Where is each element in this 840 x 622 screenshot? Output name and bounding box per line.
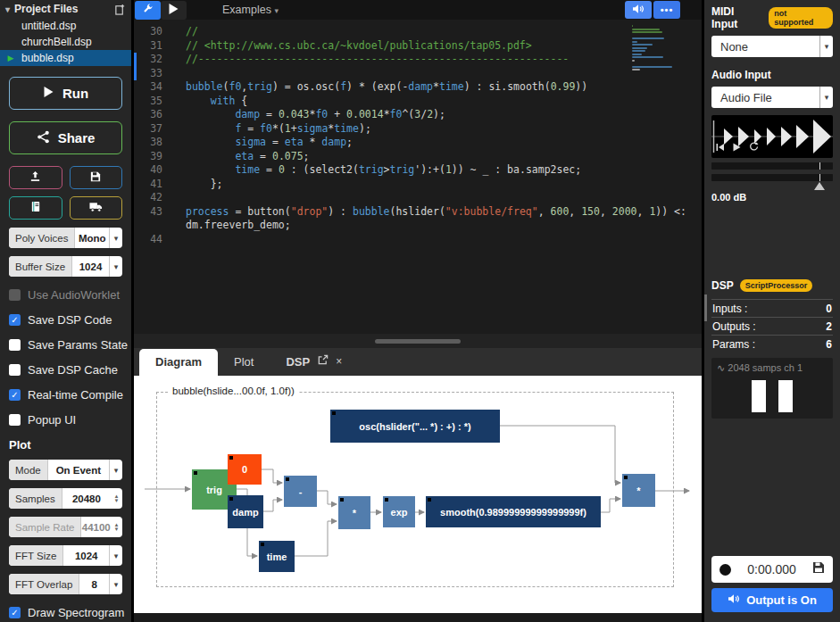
new-file-icon[interactable] [114,4,126,15]
chevron-down-icon[interactable]: ▾ [109,460,122,480]
poly-voices-control[interactable]: Poly Voices Mono ▾ [9,228,122,248]
open-external-icon[interactable] [317,354,329,369]
fft-overlap-control[interactable]: FFT Overlap8▾ [9,574,122,594]
field-label: Mode [9,460,48,480]
right-sidebar: MIDI Input not supported None ▾ Audio In… [704,0,840,622]
diagram-block[interactable]: * [622,474,655,507]
chevron-down-icon[interactable]: ▾ [109,256,122,277]
checkbox-box[interactable]: ✓ [9,314,21,326]
splitter-handle[interactable] [375,339,461,344]
tab-diagram[interactable]: Diagram [139,349,218,376]
diagram-block[interactable]: - [284,476,317,507]
buffer-size-control[interactable]: Buffer Size 1024 ▾ [9,256,122,277]
gain-slider-track-2[interactable] [711,174,833,181]
buffer-size-value: 1024 [72,256,109,277]
skip-start-icon[interactable] [716,139,725,155]
file-item[interactable]: churchBell.dsp [0,34,131,50]
upload-icon [29,170,41,185]
run-button[interactable]: Run [9,77,122,110]
wrench-icon [142,2,154,18]
tab-dsp[interactable]: DSP × [270,348,358,376]
checkbox-real-time-compile[interactable]: ✓Real-time Compile [9,388,131,402]
gain-slider-track-1[interactable] [711,162,833,170]
checkbox-save-params-state[interactable]: Save Params State [9,338,131,352]
samples-control[interactable]: Samples20480▲▼ [9,488,122,509]
checkbox-label: Draw Spectrogram [28,606,124,619]
tab-dsp-label: DSP [286,355,310,369]
audio-input-select[interactable]: Audio File ▾ [711,87,833,108]
chevron-down-icon[interactable]: ▾ [109,574,122,594]
file-item[interactable]: ▶bubble.dsp [0,50,131,66]
diagram-block[interactable]: osc(hslider("... *) : +) : *) [330,410,500,443]
play-icon [169,2,179,18]
checkbox-box[interactable]: ✓ [9,607,21,618]
checkbox-label: Save DSP Cache [28,363,118,377]
line-number: 36 [134,108,162,122]
checkbox-box[interactable] [9,364,21,376]
checkbox-save-dsp-code[interactable]: ✓Save DSP Code [9,313,131,327]
line-number: 42 [134,191,162,205]
output-toggle-button[interactable]: Output is On [711,588,833,612]
tab-diagram-label: Diagram [155,355,202,369]
share-button[interactable]: Share [9,121,122,154]
field-label: Sample Rate [9,517,81,537]
run-play-button[interactable] [161,1,187,20]
diagram-block[interactable]: smooth(0.98999999999999999f) [426,496,601,527]
run-label: Run [62,86,88,101]
upload-button[interactable] [9,166,62,189]
checkbox-save-dsp-cache[interactable]: Save DSP Cache [9,363,131,377]
mode-control[interactable]: ModeOn Event▾ [9,460,122,480]
code-line: 35 with { [134,95,702,109]
diagram-block[interactable]: 0 [228,454,262,485]
examples-dropdown[interactable]: Examples ▾ [222,4,279,16]
play-icon[interactable] [733,139,741,155]
stepper-icon[interactable]: ▲▼ [111,517,122,537]
collapse-icon[interactable]: ▾ [5,4,10,14]
line-number: 38 [134,136,162,150]
docs-button[interactable] [9,196,62,220]
meter-caption: 2048 samps ch 1 [728,362,803,373]
diagram-block[interactable]: * [338,496,370,529]
file-item[interactable]: untitled.dsp [0,18,131,34]
stepper-icon[interactable]: ▲▼ [111,488,122,509]
midi-input-select[interactable]: None ▾ [711,36,833,57]
checkbox-box[interactable]: ✓ [9,389,21,401]
stat-value: 0 [826,303,832,315]
code-editor[interactable]: 30//31// <http://www.cs.ubc.ca/~kvdoel/p… [134,20,702,334]
loop-icon[interactable] [749,139,759,155]
gain-value-label: 0.00 dB [711,192,833,203]
diagram-block[interactable]: time [259,541,295,572]
code-line: 36 damp = 0.043*f0 + 0.0014*f0^(3/2); [134,108,702,122]
checkbox-use-audioworklet[interactable]: Use AudioWorklet [9,288,131,302]
checkbox-box[interactable] [9,339,21,351]
diagram-block[interactable]: damp [228,495,263,528]
mute-button[interactable] [625,1,652,19]
save-recording-icon[interactable] [812,561,825,577]
audio-waveform-display[interactable] [711,115,833,158]
checkbox-box[interactable] [9,414,21,426]
settings-wrench-button[interactable] [135,1,161,20]
code-line: 32//------------------------------------… [134,53,702,67]
tab-plot[interactable]: Plot [218,349,270,376]
close-icon[interactable]: × [336,355,342,368]
field-label: FFT Size [9,545,63,566]
code-line: 41 }; [134,178,702,192]
bottom-filler [134,613,702,622]
diagram-block[interactable]: exp [383,496,415,527]
minimap[interactable] [632,25,687,75]
checkbox-box[interactable] [9,289,21,301]
export-button[interactable] [70,196,123,220]
checkbox-draw-spectrogram[interactable]: ✓Draw Spectrogram [9,606,131,619]
more-options-button[interactable]: ••• [653,1,680,19]
chevron-down-icon[interactable]: ▾ [109,228,122,248]
chevron-down-icon[interactable]: ▾ [109,545,122,566]
gain-slider-handle[interactable] [814,182,825,190]
record-button[interactable] [719,564,731,576]
panel-scrollbar-thumb[interactable] [704,294,707,321]
script-processor-badge: ScriptProcessor [740,279,813,292]
fft-size-control[interactable]: FFT Size1024▾ [9,545,122,566]
sample-rate-control[interactable]: Sample Rate44100▲▼ [9,517,122,537]
checkbox-popup-ui[interactable]: Popup UI [9,413,131,427]
save-button[interactable] [70,166,123,189]
poly-voices-label: Poly Voices [9,228,75,248]
